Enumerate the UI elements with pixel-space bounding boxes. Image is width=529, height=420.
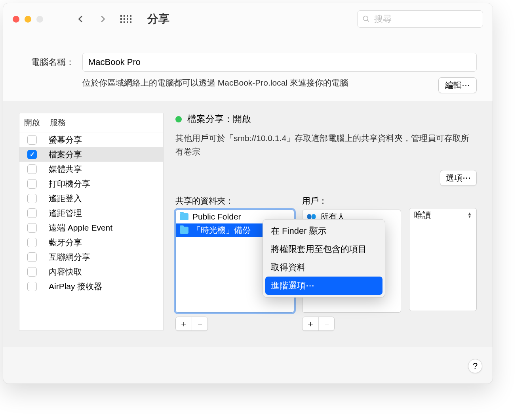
service-label: 螢幕分享	[49, 134, 82, 145]
permissions-list[interactable]: 唯讀 ▲▼	[409, 208, 477, 311]
sharing-preferences-window: 分享 搜尋 電腦名稱： 位於你區域網絡上的電腦都可以透過 MacBook-Pro…	[3, 3, 493, 384]
service-row[interactable]: 互聯網分享	[19, 250, 163, 264]
service-checkbox[interactable]	[27, 179, 37, 189]
service-label: 互聯網分享	[49, 252, 90, 263]
service-checkbox[interactable]	[27, 238, 37, 247]
search-input[interactable]: 搜尋	[357, 10, 483, 28]
computer-name-section: 電腦名稱： 位於你區域網絡上的電腦都可以透過 MacBook-Pro.local…	[3, 35, 493, 101]
menu-item[interactable]: 在 Finder 顯示	[265, 222, 382, 240]
status-indicator-icon	[175, 116, 182, 122]
service-row[interactable]: 遠端 Apple Event	[19, 220, 163, 235]
svg-point-0	[363, 16, 368, 21]
status-desc: 其他用戶可於「smb://10.0.1.4」存取這部電腦上的共享資料夾，管理員可…	[175, 132, 477, 158]
options-button[interactable]: 選項⋯	[440, 170, 477, 186]
service-label: 媒體共享	[49, 164, 82, 175]
help-button[interactable]: ?	[468, 359, 482, 373]
zoom-icon	[36, 16, 43, 23]
folder-name: 「時光機」備份	[192, 225, 251, 236]
search-placeholder: 搜尋	[374, 13, 392, 25]
service-label: 藍牙分享	[49, 237, 82, 248]
folder-context-menu: 在 Finder 顯示將權限套用至包含的項目取得資料進階選項⋯	[263, 219, 385, 298]
back-button[interactable]	[75, 13, 87, 25]
service-checkbox[interactable]	[27, 164, 37, 174]
service-row[interactable]: 檔案分享	[19, 147, 163, 162]
services-header: 開啟 服務	[19, 113, 163, 132]
folder-icon	[180, 213, 188, 220]
service-checkbox[interactable]	[27, 150, 37, 159]
users-add-remove: ＋ －	[302, 317, 335, 331]
service-label: 遠端 Apple Event	[49, 222, 112, 233]
folders-add-remove: ＋ －	[175, 317, 208, 331]
service-label: 遙距登入	[49, 193, 82, 204]
add-folder-button[interactable]: ＋	[176, 317, 192, 330]
header-service: 服務	[45, 113, 163, 132]
folder-icon	[180, 227, 188, 234]
service-label: 遙距管理	[49, 208, 82, 219]
folder-name: Public Folder	[192, 212, 241, 221]
service-label: 打印機分享	[49, 178, 90, 189]
service-row[interactable]: 螢幕分享	[19, 132, 163, 147]
service-checkbox[interactable]	[27, 194, 37, 203]
main-content: 開啟 服務 螢幕分享檔案分享媒體共享打印機分享遙距登入遙距管理遠端 Apple …	[3, 101, 493, 347]
show-all-icon[interactable]	[120, 15, 131, 23]
service-label: 檔案分享	[49, 149, 82, 160]
permission-value: 唯讀	[414, 210, 431, 221]
titlebar: 分享 搜尋	[3, 3, 493, 35]
remove-folder-button[interactable]: －	[192, 317, 207, 330]
status-title: 檔案分享：開啟	[187, 113, 251, 125]
header-on: 開啟	[19, 113, 45, 132]
computer-name-label: 電腦名稱：	[19, 56, 74, 68]
menu-item[interactable]: 進階選項⋯	[265, 277, 382, 295]
service-row[interactable]: 打印機分享	[19, 176, 163, 191]
edit-button[interactable]: 編輯⋯	[438, 77, 477, 93]
service-checkbox[interactable]	[27, 223, 37, 233]
service-label: AirPlay 接收器	[49, 281, 102, 292]
service-row[interactable]: 遙距登入	[19, 191, 163, 206]
close-icon[interactable]	[13, 16, 19, 23]
service-checkbox[interactable]	[27, 135, 37, 145]
service-checkbox[interactable]	[27, 267, 37, 277]
svg-line-1	[367, 20, 369, 22]
service-row[interactable]: 內容快取	[19, 264, 163, 279]
service-checkbox[interactable]	[27, 208, 37, 218]
computer-name-field[interactable]	[82, 53, 477, 72]
service-label: 內容快取	[49, 266, 82, 277]
shared-folders-label: 共享的資料夾：	[175, 195, 294, 206]
computer-name-desc: 位於你區域網絡上的電腦都可以透過 MacBook-Pro.local 來連接你的…	[82, 77, 430, 88]
service-row[interactable]: 藍牙分享	[19, 235, 163, 250]
minimize-icon[interactable]	[25, 16, 31, 23]
add-user-button[interactable]: ＋	[303, 317, 318, 330]
window-title: 分享	[147, 11, 169, 27]
service-row[interactable]: AirPlay 接收器	[19, 279, 163, 294]
chevron-updown-icon[interactable]: ▲▼	[468, 212, 472, 218]
services-table: 開啟 服務 螢幕分享檔案分享媒體共享打印機分享遙距登入遙距管理遠端 Apple …	[19, 113, 164, 331]
remove-user-button: －	[318, 317, 334, 330]
forward-button	[97, 13, 108, 25]
service-checkbox[interactable]	[27, 252, 37, 262]
service-row[interactable]: 媒體共享	[19, 162, 163, 176]
permission-row[interactable]: 唯讀 ▲▼	[409, 208, 476, 222]
service-row[interactable]: 遙距管理	[19, 206, 163, 220]
menu-item[interactable]: 取得資料	[265, 258, 382, 277]
menu-item[interactable]: 將權限套用至包含的項目	[265, 240, 382, 258]
traffic-lights	[13, 16, 43, 23]
service-checkbox[interactable]	[27, 282, 37, 291]
users-label: 用戶：	[302, 195, 401, 206]
